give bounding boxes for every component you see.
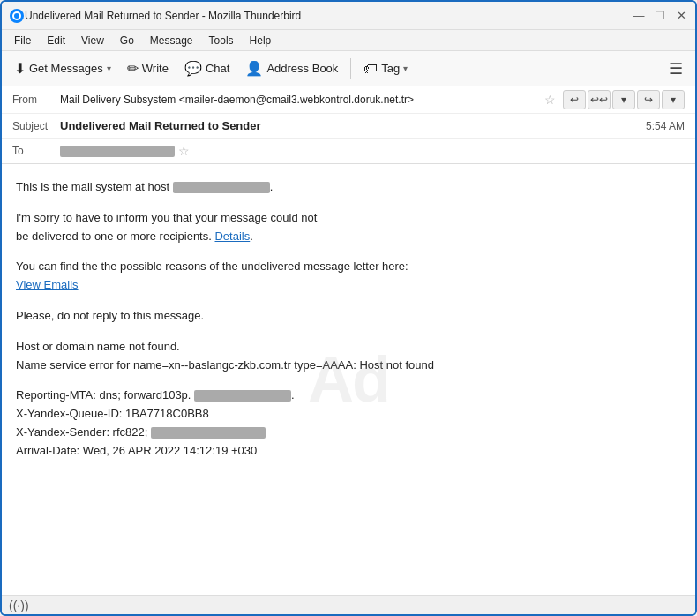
paragraph-4: Please, do not reply to this message. <box>16 307 681 326</box>
paragraph-2: I'm sorry to have to inform you that you… <box>16 209 681 246</box>
tag-dropdown-icon[interactable]: ▾ <box>403 64 408 73</box>
nav-more-button[interactable]: ▾ <box>662 90 685 109</box>
yandex-sender-blurred <box>151 427 266 439</box>
to-label: To <box>12 145 60 157</box>
reply-button[interactable]: ↩ <box>563 90 586 109</box>
address-book-button[interactable]: 👤 Address Book <box>238 56 345 80</box>
close-button[interactable]: ✕ <box>674 9 688 23</box>
from-row: From Mail Delivery Subsystem <mailer-dae… <box>2 86 695 114</box>
tag-label: Tag <box>381 62 400 75</box>
reporting-mta-blurred <box>194 390 291 402</box>
address-book-label: Address Book <box>266 62 338 75</box>
menu-edit[interactable]: Edit <box>40 33 72 49</box>
from-label: From <box>12 94 60 106</box>
subject-value: Undelivered Mail Returned to Sender <box>60 119 646 132</box>
get-messages-icon: ⬇ <box>14 60 26 77</box>
get-messages-dropdown-icon[interactable]: ▾ <box>107 64 111 73</box>
menu-file[interactable]: File <box>7 33 38 49</box>
to-value-blurred <box>60 146 175 157</box>
paragraph-3-text: You can find the the possible reasons of… <box>16 259 408 273</box>
hamburger-menu-button[interactable]: ☰ <box>662 56 690 82</box>
email-body-text: This is the mail system at host . I'm so… <box>16 178 681 461</box>
paragraph-6: Reporting-MTA: dns; forward103p. . X-Yan… <box>16 387 681 460</box>
host-blurred <box>173 182 270 193</box>
get-messages-button[interactable]: ⬇ Get Messages ▾ <box>7 56 118 80</box>
menu-view[interactable]: View <box>74 33 111 49</box>
status-icon: ((·)) <box>9 598 29 612</box>
tag-button[interactable]: 🏷 Tag ▾ <box>356 57 415 80</box>
email-body: Ad This is the mail system at host . I'm… <box>2 164 695 595</box>
minimize-button[interactable]: — <box>632 9 646 23</box>
menu-bar: File Edit View Go Message Tools Help <box>2 30 695 51</box>
title-bar-text: Undelivered Mail Returned to Sender - Mo… <box>25 10 632 22</box>
address-book-icon: 👤 <box>245 60 263 77</box>
svg-point-2 <box>14 13 19 19</box>
paragraph-5: Host or domain name not found. Name serv… <box>16 338 681 375</box>
email-time: 5:54 AM <box>646 120 685 132</box>
arrival-date: Arrival-Date: Wed, 26 APR 2022 14:12:19 … <box>16 444 257 457</box>
get-messages-label: Get Messages <box>29 62 103 75</box>
status-bar: ((·)) <box>2 595 695 614</box>
paragraph-3: You can find the the possible reasons of… <box>16 258 681 295</box>
paragraph-2-line1: I'm sorry to have to inform you that you… <box>16 211 317 224</box>
email-header: From Mail Delivery Subsystem <mailer-dae… <box>2 86 695 164</box>
window-controls: — ☐ ✕ <box>632 9 688 23</box>
from-value: Mail Delivery Subsystem <mailer-daemon@c… <box>60 94 541 106</box>
chat-button[interactable]: 💬 Chat <box>177 56 236 80</box>
write-icon: ✏ <box>127 60 139 77</box>
title-bar: Undelivered Mail Returned to Sender - Mo… <box>2 2 695 30</box>
write-label: Write <box>142 62 169 75</box>
app-icon <box>9 8 25 24</box>
main-window: Undelivered Mail Returned to Sender - Mo… <box>0 0 697 616</box>
to-star-icon[interactable]: ☆ <box>178 144 190 158</box>
paragraph-2-line2: be delivered to one or more recipients. <box>16 229 212 243</box>
nav-down-button[interactable]: ▾ <box>612 90 635 109</box>
details-link[interactable]: Details <box>214 229 250 243</box>
tag-icon: 🏷 <box>363 61 378 77</box>
menu-go[interactable]: Go <box>113 33 141 49</box>
chat-icon: 💬 <box>184 60 202 77</box>
nav-arrows: ↩ ↩↩ ▾ ↪ ▾ <box>563 90 685 109</box>
subject-label: Subject <box>12 120 60 132</box>
menu-tools[interactable]: Tools <box>202 33 241 49</box>
yandex-sender-label: X-Yandex-Sender: rfc822; <box>16 425 147 439</box>
star-icon[interactable]: ☆ <box>544 93 556 107</box>
paragraph-5-line1: Host or domain name not found. <box>16 340 180 353</box>
view-emails-link[interactable]: View Emails <box>16 278 79 291</box>
maximize-button[interactable]: ☐ <box>653 9 667 23</box>
write-button[interactable]: ✏ Write <box>120 56 176 80</box>
paragraph-5-line2: Name service error for name=xn--baslangc… <box>16 358 434 372</box>
forward-button[interactable]: ↪ <box>637 90 660 109</box>
chat-label: Chat <box>206 62 229 75</box>
to-row: To ☆ <box>2 139 695 163</box>
menu-help[interactable]: Help <box>243 33 279 49</box>
toolbar-separator-1 <box>350 58 351 79</box>
menu-message[interactable]: Message <box>143 33 200 49</box>
subject-row: Subject Undelivered Mail Returned to Sen… <box>2 114 695 139</box>
yandex-queue-id: X-Yandex-Queue-ID: 1BA7718C0BB8 <box>16 407 209 420</box>
paragraph-1: This is the mail system at host . <box>16 178 681 197</box>
paragraph-4-text: Please, do not reply to this message. <box>16 309 204 322</box>
toolbar: ⬇ Get Messages ▾ ✏ Write 💬 Chat 👤 Addres… <box>2 51 695 86</box>
paragraph-1-text: This is the mail system at host <box>16 180 169 193</box>
reply-all-button[interactable]: ↩↩ <box>588 90 611 109</box>
reporting-mta-label: Reporting-MTA: dns; forward103p. <box>16 388 191 402</box>
